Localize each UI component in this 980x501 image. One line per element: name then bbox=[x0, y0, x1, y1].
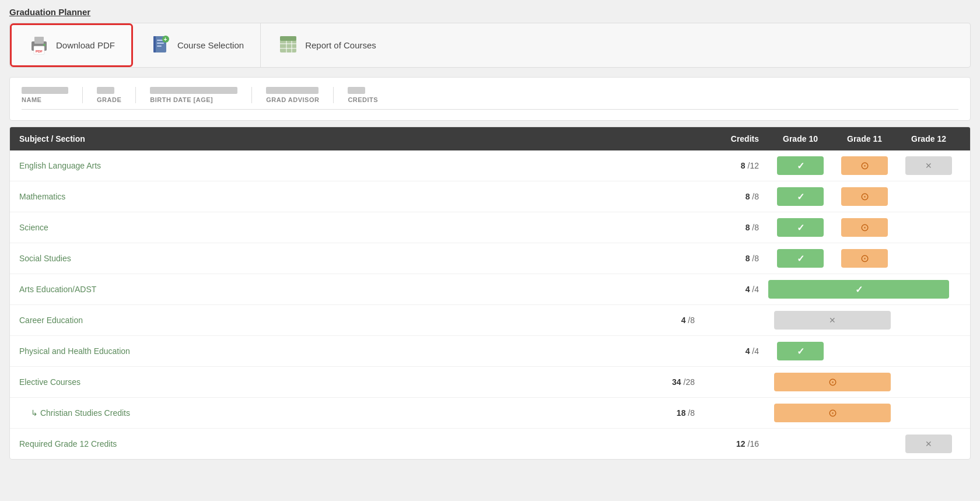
name-label: NAME bbox=[22, 96, 68, 103]
clock-icon bbox=[860, 159, 869, 172]
grade-label: GRADE bbox=[97, 96, 121, 103]
credits-cell: CREDITS bbox=[348, 87, 392, 103]
grade11-cell bbox=[768, 373, 897, 391]
pdf-icon: PDF bbox=[28, 33, 50, 57]
check-icon bbox=[797, 222, 804, 233]
subject-name: Science bbox=[19, 223, 710, 232]
x-icon bbox=[925, 160, 932, 171]
advisor-value-blurred bbox=[266, 87, 318, 94]
credits-label: CREDITS bbox=[348, 96, 378, 103]
orange-clock-badge bbox=[841, 249, 888, 268]
green-check-badge bbox=[777, 249, 824, 268]
download-pdf-label: Download PDF bbox=[56, 40, 115, 50]
check-icon bbox=[797, 191, 804, 202]
wide-green-badge bbox=[768, 280, 949, 299]
check-icon bbox=[855, 284, 863, 295]
grade10-cell bbox=[768, 156, 832, 175]
table-row: English Language Arts 8 /12 bbox=[10, 150, 970, 181]
grade10-cell bbox=[768, 249, 832, 268]
grade10-cell bbox=[768, 218, 832, 237]
green-check-badge bbox=[777, 187, 824, 206]
subject-name: English Language Arts bbox=[19, 161, 710, 170]
header-grade12: Grade 12 bbox=[897, 134, 961, 143]
check-icon bbox=[797, 253, 804, 264]
credit-value: 8 /12 bbox=[710, 161, 768, 170]
table-row: Required Grade 12 Credits 12 /16 bbox=[10, 429, 970, 459]
credit-value: 8 /8 bbox=[710, 223, 768, 232]
table-row: Mathematics 8 /8 bbox=[10, 181, 970, 212]
advisor-label: GRAD ADVISOR bbox=[266, 96, 319, 103]
header-subject: Subject / Section bbox=[19, 134, 710, 143]
subject-name: Career Education bbox=[19, 316, 646, 325]
birthdate-value-blurred bbox=[150, 87, 237, 94]
subject-name: Arts Education/ADST bbox=[19, 285, 710, 294]
grade-value-blurred bbox=[97, 87, 114, 94]
subject-name: Elective Courses bbox=[19, 377, 646, 387]
grade-span-cell bbox=[768, 280, 961, 299]
subject-name: ↳ Christian Studies Credits bbox=[19, 408, 646, 418]
report-of-courses-label: Report of Courses bbox=[305, 40, 376, 50]
check-icon bbox=[797, 346, 804, 357]
clock-icon bbox=[860, 252, 869, 265]
grade12-cell bbox=[897, 156, 961, 175]
wide-orange-badge bbox=[774, 404, 891, 422]
header-credits: Credits bbox=[710, 134, 768, 143]
name-value-blurred bbox=[22, 87, 68, 94]
svg-rect-8 bbox=[157, 43, 164, 44]
clock-icon bbox=[828, 407, 837, 419]
wide-orange-badge bbox=[774, 373, 891, 391]
table-row: Arts Education/ADST 4 /4 bbox=[10, 274, 970, 305]
table-row: ↳ Christian Studies Credits 18 /8 bbox=[10, 398, 970, 429]
svg-rect-9 bbox=[157, 45, 162, 47]
grade10-cell bbox=[768, 342, 832, 360]
student-info-section: NAME GRADE BIRTH DATE [AGE] GRAD ADVISOR… bbox=[9, 77, 971, 121]
credit-value: 8 /8 bbox=[710, 254, 768, 263]
student-name-cell: NAME bbox=[22, 87, 83, 103]
course-table: Subject / Section Credits Grade 10 Grade… bbox=[9, 127, 971, 460]
toolbar: PDF Download PDF bbox=[9, 23, 971, 68]
svg-rect-6 bbox=[153, 36, 156, 52]
table-row: Social Studies 8 /8 bbox=[10, 243, 970, 274]
credit-value: 4 /4 bbox=[710, 346, 768, 356]
grade11-cell bbox=[832, 187, 897, 206]
credit-value: 12 /16 bbox=[710, 439, 768, 449]
clock-icon bbox=[860, 190, 869, 203]
birthdate-label: BIRTH DATE [AGE] bbox=[150, 96, 237, 103]
grade11-cell bbox=[768, 311, 897, 330]
report-icon bbox=[277, 33, 299, 57]
svg-text:PDF: PDF bbox=[36, 50, 43, 53]
course-selection-icon: + bbox=[149, 33, 172, 57]
report-of-courses-button[interactable]: Report of Courses bbox=[261, 23, 393, 67]
table-header: Subject / Section Credits Grade 10 Grade… bbox=[10, 127, 970, 150]
credit-value: 18 /8 bbox=[646, 408, 704, 418]
green-check-badge bbox=[777, 156, 824, 175]
orange-clock-badge bbox=[841, 187, 888, 206]
subject-name: Required Grade 12 Credits bbox=[19, 439, 710, 449]
grade11-cell bbox=[768, 404, 897, 422]
credits-value-blurred bbox=[348, 87, 365, 94]
download-pdf-button[interactable]: PDF Download PDF bbox=[10, 23, 133, 67]
x-icon bbox=[925, 439, 932, 449]
grade11-cell bbox=[832, 218, 897, 237]
table-row: Science 8 /8 bbox=[10, 212, 970, 243]
orange-clock-badge bbox=[841, 218, 888, 237]
subject-name: Physical and Health Education bbox=[19, 346, 710, 356]
wide-gray-badge bbox=[774, 311, 891, 330]
gray-x-badge bbox=[905, 435, 952, 453]
svg-rect-13 bbox=[280, 36, 296, 41]
clock-icon bbox=[860, 221, 869, 234]
green-check-badge bbox=[777, 342, 824, 360]
grad-advisor-cell: GRAD ADVISOR bbox=[266, 87, 334, 103]
table-row: Physical and Health Education 4 /4 bbox=[10, 336, 970, 367]
green-check-badge bbox=[777, 218, 824, 237]
subject-name: Mathematics bbox=[19, 192, 710, 201]
credit-value: 4 /8 bbox=[646, 316, 704, 325]
course-selection-button[interactable]: + Course Selection bbox=[133, 23, 261, 67]
student-grade-cell: GRADE bbox=[97, 87, 136, 103]
header-grade11: Grade 11 bbox=[832, 134, 897, 143]
gray-x-badge bbox=[905, 156, 952, 175]
credit-value: 8 /8 bbox=[710, 192, 768, 201]
birth-date-cell: BIRTH DATE [AGE] bbox=[150, 87, 252, 103]
table-row: Career Education 4 /8 bbox=[10, 305, 970, 336]
svg-text:+: + bbox=[163, 36, 167, 43]
